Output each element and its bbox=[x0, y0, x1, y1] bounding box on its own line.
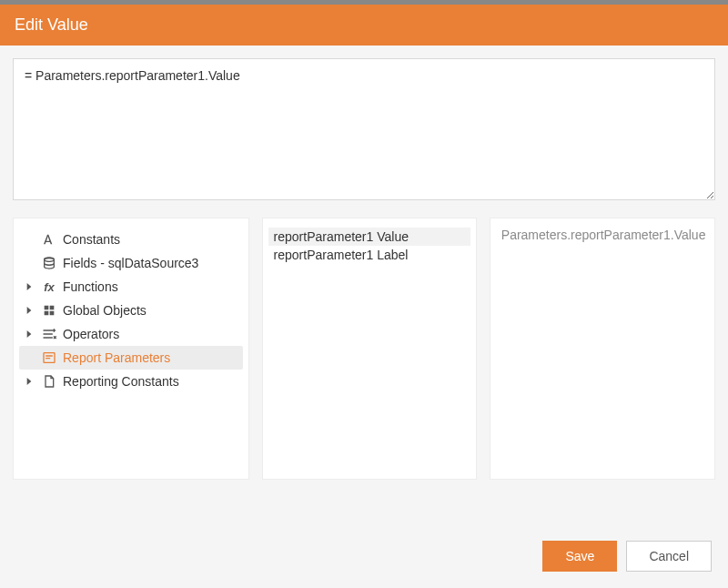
dialog-content: Constants Fields - sqlDataSource3 fx Fun… bbox=[0, 46, 728, 492]
tree-item-report-parameters[interactable]: Report Parameters bbox=[19, 346, 243, 370]
chevron-right-icon bbox=[23, 279, 35, 294]
description-text: Parameters.reportParameter1.Value bbox=[501, 228, 706, 242]
tree-item-label: Operators bbox=[63, 327, 119, 341]
panels-row: Constants Fields - sqlDataSource3 fx Fun… bbox=[13, 218, 715, 480]
font-icon bbox=[41, 231, 57, 248]
tree-item-label: Constants bbox=[63, 232, 120, 247]
tree-item-label: Fields - sqlDataSource3 bbox=[63, 256, 198, 270]
list-item[interactable]: reportParameter1 Label bbox=[268, 246, 470, 264]
report-icon bbox=[41, 373, 57, 390]
dialog-title: Edit Value bbox=[15, 15, 88, 34]
description-panel: Parameters.reportParameter1.Value bbox=[490, 218, 715, 480]
tree-item-global-objects[interactable]: Global Objects bbox=[19, 299, 243, 322]
tree-item-fields[interactable]: Fields - sqlDataSource3 bbox=[19, 251, 243, 275]
tree-item-operators[interactable]: Operators bbox=[19, 322, 243, 346]
tree-item-label: Report Parameters bbox=[63, 350, 170, 365]
members-list-panel: reportParameter1 Value reportParameter1 … bbox=[262, 218, 477, 480]
tree-item-label: Global Objects bbox=[63, 303, 147, 318]
save-button[interactable]: Save bbox=[542, 541, 617, 572]
dialog-footer: Save Cancel bbox=[542, 541, 712, 572]
tree-item-label: Functions bbox=[63, 279, 118, 294]
list-item[interactable]: reportParameter1 Value bbox=[268, 228, 470, 246]
globe-icon bbox=[41, 302, 57, 319]
dialog-header: Edit Value bbox=[0, 5, 728, 46]
database-icon bbox=[41, 255, 57, 271]
param-icon bbox=[41, 350, 57, 366]
category-tree-panel: Constants Fields - sqlDataSource3 fx Fun… bbox=[13, 218, 249, 480]
tree-item-constants[interactable]: Constants bbox=[19, 228, 243, 251]
cancel-button[interactable]: Cancel bbox=[626, 541, 712, 572]
chevron-right-icon bbox=[23, 327, 35, 341]
chevron-right-icon bbox=[23, 303, 35, 318]
tree-item-reporting-constants[interactable]: Reporting Constants bbox=[19, 370, 243, 393]
tree-item-functions[interactable]: fx Functions bbox=[19, 275, 243, 299]
chevron-right-icon bbox=[23, 374, 35, 389]
tree-item-label: Reporting Constants bbox=[63, 374, 179, 389]
expression-input[interactable] bbox=[13, 58, 715, 200]
operators-icon bbox=[41, 326, 57, 342]
fx-icon: fx bbox=[41, 279, 57, 295]
